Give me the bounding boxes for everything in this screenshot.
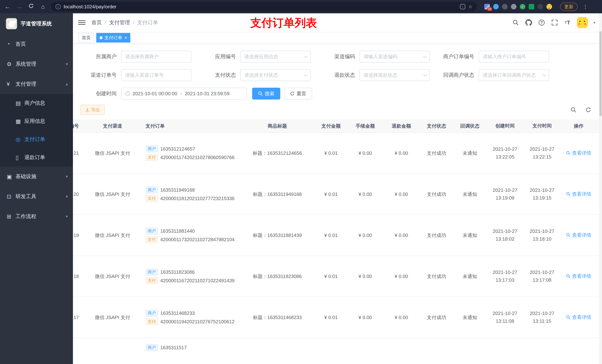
sidebar-item-workflow[interactable]: ⊞ 工作流程 ▾ (0, 207, 73, 226)
row-id: 21 (74, 150, 79, 156)
search-button[interactable]: 搜索 (252, 88, 280, 100)
close-icon[interactable]: × (124, 35, 127, 40)
extensions-badge: 10 (487, 7, 492, 11)
merchant-tag: 商户 (146, 269, 158, 276)
table-row: 18 微信 JSAPI 支付 商户 1635311823086 支付 (73, 256, 602, 297)
channel-order-no-field[interactable] (121, 69, 191, 81)
row-amount: ¥ 0.01 (314, 191, 348, 197)
sidebar-item-merchant-info[interactable]: ▤ 商户信息 (0, 94, 73, 112)
app-logo (6, 18, 17, 29)
browser-back-icon[interactable]: ← (4, 3, 11, 10)
refresh-table-icon[interactable] (583, 105, 593, 115)
date-start-value[interactable]: 2021-10-01 00:00:00 (133, 91, 177, 96)
date-end-value[interactable]: 2021-10-31 23:59:59 (185, 91, 229, 96)
merchant-select[interactable] (121, 51, 191, 62)
row-fee: ¥ 0.00 (348, 150, 383, 156)
user-avatar[interactable] (577, 17, 588, 28)
tab-home[interactable]: 首页 (78, 33, 94, 42)
table-toolbar: 导出 (73, 105, 602, 115)
dashboard-icon: ◔ (7, 41, 16, 47)
sidebar-item-pay[interactable]: ¥ 支付管理 ▴ (0, 74, 73, 94)
row-refund: ¥ 0.00 (383, 315, 420, 320)
merchant-order-no: 1635312124657 (160, 146, 195, 152)
view-detail-link[interactable]: 查看详情 (566, 232, 591, 239)
merchant-tag: 商户 (146, 187, 158, 193)
sidebar-item-system[interactable]: ⚙ 系统管理 ▾ (0, 54, 73, 74)
row-title: 标题：1635312124656 (240, 150, 314, 156)
sidebar-item-home[interactable]: ◔ 首页 (0, 34, 73, 54)
address-bar[interactable]: i localhost:1024/pay/order ↑ ☆ (51, 2, 477, 11)
merchant-order-no: 1635311468233 (160, 310, 195, 316)
sidebar-item-refund-order[interactable]: ▯ 退款订单 (0, 148, 73, 166)
extension-pin-icon[interactable] (538, 4, 543, 10)
app-logo-row[interactable]: 芋道管理系统 (0, 13, 73, 34)
app-select[interactable]: 请选择应用信息 (240, 51, 311, 62)
export-button[interactable]: 导出 (80, 105, 105, 115)
refresh-icon (290, 91, 295, 96)
sidebar-item-infra[interactable]: ▣ 基础设施 ▾ (0, 166, 73, 187)
view-detail-link[interactable]: 查看详情 (566, 150, 591, 156)
chevron-down-icon[interactable]: ▾ (593, 20, 595, 25)
reset-button[interactable]: 重置 (284, 88, 312, 100)
fullscreen-icon[interactable] (551, 19, 558, 26)
scrollbar-thumb[interactable] (599, 31, 602, 116)
view-detail-link[interactable]: 查看详情 (566, 314, 591, 321)
share-icon[interactable]: ↑ (460, 4, 465, 9)
help-icon[interactable]: ? (538, 19, 545, 26)
breadcrumb-pay[interactable]: 支付管理 (109, 19, 130, 26)
browser-menu-icon[interactable]: ⋮ (583, 4, 588, 10)
date-range-picker[interactable]: 2021-10-01 00:00:00 - 2021-10-31 23:59:5… (121, 88, 247, 100)
url-text[interactable]: localhost:1024/pay/order (64, 4, 457, 10)
site-info-icon[interactable]: i (55, 4, 61, 9)
breadcrumb-home[interactable]: 首页 (91, 19, 102, 26)
yen-icon: ¥ (7, 81, 16, 87)
pay-tag: 支付 (146, 236, 158, 243)
col-created: 创建时间 (486, 122, 524, 130)
merchant-tag: 商户 (146, 145, 158, 152)
extension-gray-icon[interactable] (511, 4, 516, 10)
browser-reload-icon[interactable] (27, 3, 35, 10)
col-amount: 支付金额 (314, 123, 348, 129)
browser-update-button[interactable]: 更新 (560, 3, 578, 11)
tools-icon: ⊡ (7, 193, 16, 200)
merchant-order-no-field[interactable] (479, 51, 549, 62)
merchant-input[interactable] (125, 54, 187, 60)
table-row: 19 微信 JSAPI 支付 商户 1635311881440 支付 (73, 215, 602, 256)
chevron-down-icon: ▾ (66, 194, 68, 199)
extension-check-icon[interactable]: ✓ (520, 4, 525, 10)
sidebar-item-app-info[interactable]: ▦ 应用信息 (0, 112, 73, 130)
row-notify: 未通知 (453, 150, 486, 156)
hide-search-icon[interactable] (569, 105, 578, 115)
tab-pay-order[interactable]: 支付订单 × (96, 33, 130, 42)
channel-order-no-input[interactable] (125, 72, 187, 78)
browser-home-icon[interactable]: ⌂ (39, 3, 47, 10)
row-notify: 未通知 (453, 191, 486, 198)
col-order: 支付订单 (140, 123, 240, 129)
extension-drop-icon[interactable] (493, 4, 499, 10)
row-channel: 微信 JSAPI 支付 (85, 191, 140, 198)
merchant-tag: 商户 (146, 228, 158, 235)
extension-dark-icon[interactable] (502, 4, 508, 10)
refund-status-select[interactable]: 请选择退款状态 (359, 69, 430, 81)
search-icon[interactable] (512, 19, 519, 26)
pay-status-select[interactable]: 请选择支付状态 (240, 69, 311, 81)
profile-avatar-icon[interactable] (547, 4, 552, 10)
table-row: 17 微信 JSAPI 支付 商户 1635311468233 支付 (73, 297, 602, 338)
view-detail-link[interactable]: 查看详情 (566, 273, 591, 280)
filter-label-pay-status: 支付状态 (200, 72, 240, 79)
notify-status-select[interactable]: 请选择订单回调商户状态 (479, 69, 549, 81)
extensions-puzzle-icon[interactable]: 10 (484, 4, 490, 10)
sidebar-item-pay-order[interactable]: ◎ 支付订单 (0, 130, 73, 148)
view-detail-link[interactable]: 查看详情 (566, 191, 591, 197)
vertical-scrollbar[interactable] (599, 13, 602, 364)
sidebar-item-devtools[interactable]: ⊡ 研发工具 ▾ (0, 187, 73, 207)
bookmark-star-icon[interactable]: ☆ (468, 4, 473, 10)
github-icon[interactable] (525, 19, 532, 26)
channel-code-select[interactable]: 请输入渠道编码 (359, 51, 430, 62)
search-icon (258, 91, 263, 96)
sidebar-toggle-icon[interactable] (78, 19, 86, 26)
extension-green-square-icon[interactable] (529, 4, 534, 10)
merchant-order-no-input[interactable] (483, 54, 545, 60)
browser-forward-icon[interactable]: → (16, 3, 23, 10)
font-size-icon[interactable]: TT (564, 19, 571, 26)
